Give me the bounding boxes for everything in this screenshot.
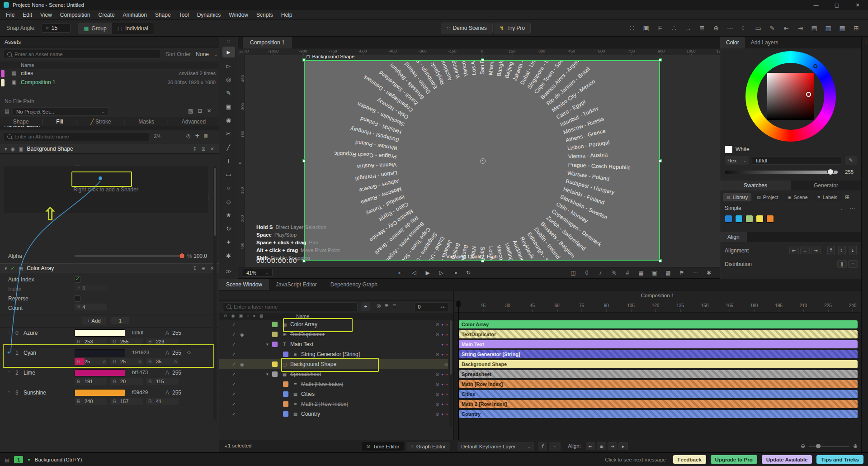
audio-icon[interactable]: ♪ bbox=[596, 269, 605, 277]
menu-edit[interactable]: Edit bbox=[19, 10, 36, 20]
align-horizontal-0-button[interactable]: ⇤ bbox=[789, 247, 799, 254]
tab-dependency-graph[interactable]: Dependency Graph bbox=[324, 279, 384, 290]
toolbar-frame-all-icon[interactable]: F bbox=[655, 23, 665, 33]
tab-composition-1[interactable]: Composition 1 bbox=[243, 37, 292, 48]
scrollbar[interactable] bbox=[213, 166, 217, 419]
reverse-checkbox[interactable] bbox=[75, 295, 81, 302]
align-vertical-0-button[interactable]: ⇤ bbox=[827, 246, 835, 255]
toolbar-rows-icon[interactable]: ▤ bbox=[809, 23, 820, 33]
entry-alpha-value[interactable]: 255 bbox=[172, 390, 181, 396]
status-message[interactable]: Background (Ctrl+Y) bbox=[35, 457, 82, 462]
visibility-check-icon[interactable]: ✓ bbox=[232, 402, 240, 407]
alpha-slider[interactable] bbox=[725, 171, 838, 174]
alpha-slider[interactable] bbox=[75, 255, 183, 257]
viewport[interactable]: px -1200-1050-900-750-600-450-300-150015… bbox=[238, 48, 720, 267]
visibility-check-icon[interactable]: ✓ bbox=[232, 392, 240, 397]
pick-attribute-icon[interactable]: ◎ bbox=[186, 133, 191, 139]
add-filter-icon[interactable]: ✚ bbox=[195, 133, 199, 139]
menu-view[interactable]: View bbox=[36, 10, 56, 20]
timeline-ruler[interactable]: 0153045607590105120135150165180195210225… bbox=[454, 300, 861, 313]
purple-dot-icon[interactable]: ● bbox=[441, 392, 443, 396]
composition-canvas[interactable]: San Francisco - United StatesLos Angeles… bbox=[304, 60, 660, 261]
add-layer-button[interactable]: + bbox=[361, 302, 370, 311]
tab-masks[interactable]: Masks bbox=[138, 119, 154, 125]
index-field[interactable]: #0 bbox=[75, 285, 107, 291]
auto-index-checkbox[interactable] bbox=[75, 276, 81, 283]
toolbar-grid-icon[interactable]: ▦ bbox=[837, 23, 848, 33]
solo-filter-icon[interactable]: ◎ bbox=[377, 303, 381, 309]
menu-tool[interactable]: Tool bbox=[175, 10, 193, 20]
library-tab-project[interactable]: ▤Project bbox=[753, 193, 782, 201]
more-icon[interactable]: ⋯ bbox=[849, 205, 855, 211]
distribute-vertical-button[interactable]: ≡ bbox=[848, 260, 858, 268]
color-swatch[interactable] bbox=[725, 215, 732, 223]
layer-row[interactable]: ✓≡String Generator [String]⊘●● bbox=[219, 349, 448, 359]
red-dot-icon[interactable]: ● bbox=[446, 392, 448, 396]
purple-dot-icon[interactable]: ● bbox=[441, 412, 443, 416]
keyframe-icon[interactable]: ◇ bbox=[103, 359, 106, 364]
tab-add-layers[interactable]: Add Layers bbox=[745, 37, 784, 48]
percent-icon[interactable]: % bbox=[609, 269, 618, 277]
timeline-bar[interactable]: String Generator [String] bbox=[458, 350, 858, 358]
entry-color-swatch[interactable] bbox=[75, 349, 125, 357]
red-dot-icon[interactable]: ● bbox=[446, 352, 448, 357]
menu-composition[interactable]: Composition bbox=[56, 10, 94, 20]
display-icon[interactable]: ▣ bbox=[650, 269, 659, 277]
selection-handle[interactable] bbox=[659, 259, 662, 262]
red-dot-icon[interactable]: ● bbox=[446, 402, 448, 406]
expander-icon[interactable]: ▾ bbox=[266, 372, 272, 376]
project-set-select[interactable]: No Project Set... ⌄ bbox=[13, 107, 108, 116]
swatch-group-name[interactable]: Simple bbox=[725, 205, 741, 211]
purple-dot-icon[interactable]: ● bbox=[441, 402, 443, 406]
tab-swatches[interactable]: Swatches bbox=[720, 181, 791, 190]
disable-icon[interactable]: ⊘ bbox=[435, 332, 439, 337]
collapse-icon[interactable]: ▾ bbox=[5, 146, 7, 152]
menu-create[interactable]: Create bbox=[94, 10, 119, 20]
pivot-point[interactable] bbox=[480, 158, 486, 164]
disable-icon[interactable]: ⊘ bbox=[435, 382, 439, 387]
globe-tool[interactable]: ◉ bbox=[222, 114, 235, 125]
disable-icon[interactable]: ⊘ bbox=[444, 362, 448, 367]
disable-icon[interactable]: ⊘ bbox=[435, 372, 439, 377]
next-message-hint[interactable]: Click to see next message bbox=[605, 457, 665, 462]
prev-frame-button[interactable]: ◁ bbox=[408, 268, 420, 277]
timeline-bar[interactable]: Math 2 [Row Index] bbox=[458, 400, 858, 408]
line-tool[interactable]: ╱ bbox=[222, 142, 235, 152]
feedback-button[interactable]: Feedback bbox=[673, 455, 706, 464]
entry-g-slider[interactable]: G20 bbox=[110, 378, 143, 385]
disable-icon[interactable]: ⊘ bbox=[435, 412, 439, 417]
close-icon[interactable]: ✕ bbox=[210, 146, 214, 152]
red-dot-icon[interactable]: ● bbox=[446, 323, 448, 327]
pin-icon[interactable]: ↧ bbox=[193, 266, 197, 271]
grid-view-icon[interactable]: ⊞ bbox=[843, 193, 852, 201]
time-editor-button[interactable]: ⊙Time Editor bbox=[362, 442, 404, 451]
selection-handle[interactable] bbox=[481, 58, 484, 62]
align-horizontal-1-button[interactable]: ↔ bbox=[800, 247, 810, 254]
timeline-bar[interactable]: Spreadsheet bbox=[458, 370, 858, 378]
toolbar-arrow-right-icon[interactable]: → bbox=[683, 23, 693, 33]
keyframe-icon[interactable]: ◇ bbox=[138, 359, 142, 364]
pin-icon[interactable]: ↧ bbox=[193, 146, 197, 152]
zoom-slider-knob[interactable] bbox=[816, 444, 821, 448]
toolbar-link-icon[interactable]: ⊕ bbox=[711, 23, 722, 33]
timeline-align-3-button[interactable]: ▸ bbox=[618, 442, 628, 450]
skip-end-button[interactable]: ⇥ bbox=[449, 268, 461, 277]
eye-icon[interactable]: ◉ bbox=[240, 362, 248, 367]
tab-shape[interactable]: Shape bbox=[13, 119, 29, 125]
entry-alpha-value[interactable]: 255 bbox=[172, 330, 181, 336]
tab-advanced[interactable]: Advanced bbox=[182, 119, 206, 125]
connection-dot[interactable]: ● bbox=[7, 350, 10, 355]
close-button[interactable]: ✕ bbox=[847, 0, 868, 10]
keyframe-filter-icon[interactable]: f bbox=[538, 442, 547, 451]
timeline-align-1-button[interactable]: ⊞ bbox=[597, 442, 606, 450]
menu-window[interactable]: Window bbox=[225, 10, 252, 20]
menu-help[interactable]: Help bbox=[277, 10, 297, 20]
pen-tool[interactable]: ✎ bbox=[222, 87, 235, 98]
hex-input[interactable]: fdffdf bbox=[752, 156, 841, 165]
layer-header-icon-5[interactable]: ▦ bbox=[259, 314, 264, 318]
new-window-icon[interactable]: ⊞ bbox=[198, 108, 202, 114]
timeline-zoom-slider[interactable] bbox=[809, 446, 849, 447]
align-horizontal-2-button[interactable]: ⇥ bbox=[811, 247, 821, 254]
color-wheel[interactable] bbox=[745, 51, 836, 142]
minimize-button[interactable]: — bbox=[806, 0, 826, 10]
